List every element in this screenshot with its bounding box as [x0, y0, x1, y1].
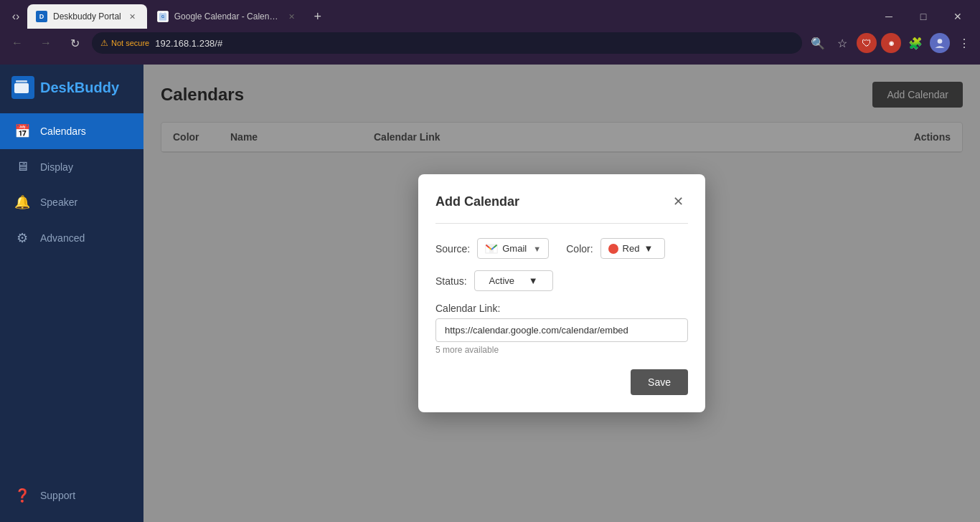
bookmark-btn[interactable]: ☆	[832, 33, 852, 53]
tab-favicon-google-cal: G	[157, 11, 169, 22]
address-bar: ← → ↻ ⚠ Not secure 192.168.1.238/# 🔍 ☆ 🛡…	[0, 29, 980, 57]
calendar-link-group: Calendar Link: 5 more available	[435, 303, 688, 355]
svg-rect-7	[16, 80, 27, 82]
source-label: Source:	[435, 243, 470, 255]
extension-red-btn[interactable]: ◉	[881, 33, 901, 53]
sidebar-bottom: ❓ Support	[0, 478, 143, 522]
tab-close-deskbuddy[interactable]: ✕	[127, 11, 138, 22]
color-label: Color:	[566, 243, 593, 255]
tab-favicon-deskbuddy: D	[36, 11, 47, 22]
tab-deskbuddy[interactable]: D Deskbuddy Portal ✕	[27, 4, 147, 29]
warning-icon: ⚠	[100, 38, 108, 48]
browser-icons: 🔍 ☆ 🛡 ◉ 🧩 ⋮	[808, 33, 974, 53]
calendar-link-label: Calendar Link:	[435, 303, 688, 314]
source-color-row: Source:	[435, 238, 688, 259]
logo: DeskBuddy	[0, 65, 143, 113]
save-button[interactable]: Save	[631, 369, 688, 395]
content-area: Calendars Add Calendar Color Name Calend…	[143, 65, 980, 522]
calendar-link-input[interactable]	[435, 318, 688, 342]
advanced-icon: ⚙	[14, 230, 30, 246]
modal-footer: Save	[435, 369, 688, 395]
sidebar-item-advanced[interactable]: ⚙ Advanced	[0, 220, 143, 256]
tab-title-google-cal: Google Calendar - Calendar se...	[174, 11, 281, 22]
calendars-icon: 📅	[14, 123, 30, 139]
extension-blue-btn[interactable]: 🛡	[857, 33, 877, 53]
modal-header: Add Calendar ✕	[435, 191, 688, 224]
security-warning: ⚠ Not secure	[100, 38, 149, 48]
status-label: Status:	[435, 275, 467, 287]
svg-rect-6	[14, 83, 29, 93]
sidebar-label-speaker: Speaker	[40, 196, 77, 208]
logo-icon	[11, 76, 34, 99]
sidebar: DeskBuddy 📅 Calendars 🖥 Display 🔔 Speake…	[0, 65, 143, 522]
color-group: Color: Red ▼	[566, 238, 664, 259]
url-text: 192.168.1.238/#	[155, 38, 222, 49]
profile-btn[interactable]	[930, 33, 950, 53]
sidebar-label-display: Display	[40, 161, 73, 173]
security-label: Not secure	[111, 39, 149, 47]
tab-google-cal[interactable]: G Google Calendar - Calendar se... ✕	[149, 4, 306, 29]
color-arrow: ▼	[644, 243, 653, 254]
sidebar-label-advanced: Advanced	[40, 232, 85, 244]
add-calendar-modal: Add Calendar ✕ Source:	[418, 174, 705, 412]
new-tab-btn[interactable]: +	[308, 6, 328, 27]
main-layout: DeskBuddy 📅 Calendars 🖥 Display 🔔 Speake…	[0, 65, 980, 522]
source-value: Gmail	[502, 243, 527, 254]
sidebar-item-display[interactable]: 🖥 Display	[0, 149, 143, 184]
modal-overlay: Add Calendar ✕ Source:	[143, 65, 980, 522]
url-bar[interactable]: ⚠ Not secure 192.168.1.238/#	[92, 32, 802, 54]
sidebar-item-speaker[interactable]: 🔔 Speaker	[0, 184, 143, 220]
sidebar-label-calendars: Calendars	[40, 125, 86, 137]
status-group: Status: Active ▼	[435, 270, 553, 291]
status-arrow: ▼	[529, 275, 538, 286]
sidebar-item-calendars[interactable]: 📅 Calendars	[0, 113, 143, 149]
source-select[interactable]: Gmail ▼	[477, 238, 549, 259]
search-icon-btn[interactable]: 🔍	[808, 33, 828, 53]
gmail-icon	[485, 244, 498, 254]
source-arrow: ▼	[533, 245, 541, 253]
content-inner: Calendars Add Calendar Color Name Calend…	[143, 65, 980, 522]
color-select[interactable]: Red ▼	[600, 238, 665, 259]
extensions-btn[interactable]: 🧩	[905, 33, 925, 53]
svg-text:◉: ◉	[889, 40, 894, 47]
forward-btn[interactable]: →	[34, 32, 57, 54]
logo-text: DeskBuddy	[40, 80, 119, 96]
modal-close-button[interactable]: ✕	[668, 191, 688, 212]
back-btn[interactable]: ←	[6, 32, 29, 54]
support-icon: ❓	[14, 488, 30, 503]
status-value: Active	[489, 275, 514, 286]
color-dot	[608, 244, 618, 254]
sidebar-item-support[interactable]: ❓ Support	[0, 478, 143, 513]
svg-point-5	[938, 39, 943, 44]
source-group: Source:	[435, 238, 549, 259]
sidebar-nav: 📅 Calendars 🖥 Display 🔔 Speaker ⚙ Advanc…	[0, 113, 143, 478]
svg-text:G: G	[161, 14, 164, 19]
calendar-link-hint: 5 more available	[435, 345, 688, 355]
modal-title: Add Calendar	[435, 194, 519, 209]
menu-btn[interactable]: ⋮	[954, 33, 974, 53]
speaker-icon: 🔔	[14, 194, 30, 210]
window-controls: ─ □ ✕	[872, 6, 974, 27]
minimize-btn[interactable]: ─	[872, 6, 905, 27]
status-select[interactable]: Active ▼	[474, 270, 553, 291]
browser-chrome: ‹› D Deskbuddy Portal ✕ G Google Calenda…	[0, 0, 980, 65]
reload-btn[interactable]: ↻	[63, 32, 86, 54]
close-btn[interactable]: ✕	[941, 6, 974, 27]
tab-close-google-cal[interactable]: ✕	[286, 11, 298, 22]
status-row: Status: Active ▼	[435, 270, 688, 291]
sidebar-label-support: Support	[40, 490, 75, 501]
display-icon: 🖥	[14, 159, 30, 174]
color-value: Red	[623, 243, 640, 254]
tab-bar: ‹› D Deskbuddy Portal ✕ G Google Calenda…	[0, 0, 980, 29]
tab-title-deskbuddy: Deskbuddy Portal	[53, 11, 121, 22]
maximize-btn[interactable]: □	[907, 6, 940, 27]
tab-overflow-btn[interactable]: ‹›	[6, 6, 26, 27]
